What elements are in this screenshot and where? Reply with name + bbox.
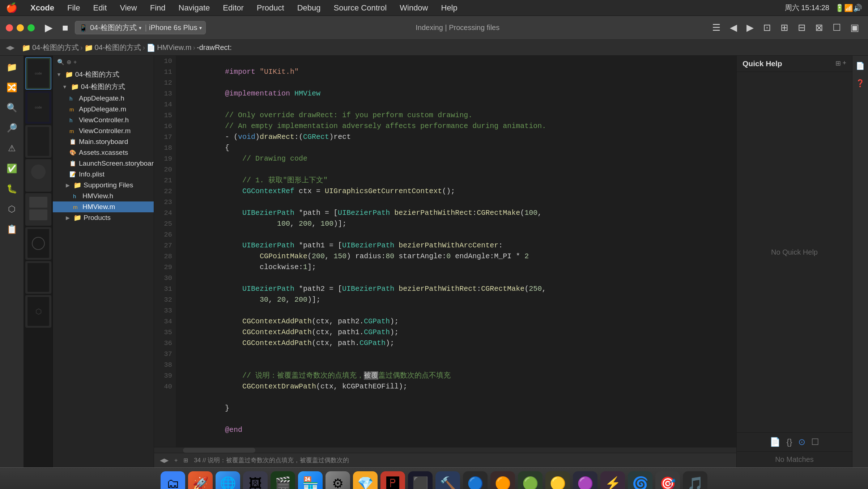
- dock-app-5[interactable]: 🟣: [573, 471, 597, 489]
- dock-system-prefs[interactable]: ⚙: [326, 471, 350, 489]
- dock-app-6[interactable]: ⚡: [600, 471, 625, 489]
- stop-button[interactable]: ■: [59, 21, 71, 35]
- nav-symbol-icon[interactable]: 🔍: [4, 100, 20, 116]
- dock-terminal[interactable]: ⬛: [408, 471, 433, 489]
- menu-help[interactable]: Help: [438, 3, 460, 13]
- nav-project-icon[interactable]: 📁: [4, 59, 20, 75]
- dock-xcode[interactable]: 🔨: [435, 471, 460, 489]
- dock-sketch[interactable]: 💎: [353, 471, 378, 489]
- nav-item-products[interactable]: ▶ 📁 Products: [53, 212, 154, 223]
- nav-item-launchscreen[interactable]: 📋 LaunchScreen.storyboard: [53, 158, 154, 169]
- menu-window[interactable]: Window: [397, 3, 431, 13]
- scheme-selector[interactable]: 📱 04-检图的方式 ▾ | iPhone 6s Plus ▾: [75, 21, 206, 34]
- nav-item-appdelegate-h[interactable]: h AppDelegate.h: [53, 93, 154, 104]
- quick-help-close[interactable]: +: [842, 59, 846, 67]
- qh-square-icon-btn[interactable]: ☐: [811, 437, 819, 447]
- nav-find-icon[interactable]: 🔎: [4, 120, 20, 136]
- close-button[interactable]: [6, 24, 13, 31]
- nav-item-infoplist[interactable]: 📝 Info.plist: [53, 169, 154, 180]
- thumb-8[interactable]: ⬡: [25, 295, 51, 328]
- dock-imovie[interactable]: 🎬: [271, 471, 295, 489]
- menu-editor[interactable]: Editor: [220, 3, 246, 13]
- jump-bar-btn[interactable]: ⊞: [183, 457, 188, 464]
- minimize-button[interactable]: [17, 24, 24, 31]
- nav-breakpoint-icon[interactable]: ⬡: [4, 201, 20, 217]
- breadcrumb-sep-3: ›: [193, 43, 195, 52]
- breadcrumb-file[interactable]: HMView.m: [157, 43, 191, 52]
- code-editor[interactable]: 10 11 12 13 14 15 16 17 18 19 20 21 22 2…: [154, 56, 736, 447]
- horizontal-scrollbar[interactable]: [154, 447, 736, 453]
- dock-finder[interactable]: 🗂: [161, 471, 185, 489]
- back-button[interactable]: ◀: [727, 21, 740, 35]
- nav-item-viewcontroller-m[interactable]: m ViewController.m: [53, 126, 154, 136]
- navigator-toggle[interactable]: ☰: [709, 21, 723, 35]
- menu-view[interactable]: View: [117, 3, 140, 13]
- breadcrumb-method[interactable]: -drawRect:: [197, 43, 232, 52]
- apple-menu[interactable]: 🍎: [6, 2, 17, 13]
- dock-photos[interactable]: 🖼: [243, 471, 268, 489]
- qh-circle-icon-btn[interactable]: ⊙: [798, 437, 805, 447]
- run-button[interactable]: ▶: [42, 20, 56, 35]
- split-editor-button[interactable]: ⊡: [760, 21, 774, 35]
- nav-item-supporting[interactable]: ▶ 📁 Supporting Files: [53, 180, 154, 191]
- layout-button[interactable]: ⊞: [778, 21, 791, 35]
- version-editor-button[interactable]: ⊠: [812, 21, 826, 35]
- thumb-7[interactable]: [25, 261, 51, 294]
- dock-safari[interactable]: 🌐: [216, 471, 240, 489]
- nav-test-icon[interactable]: ✅: [4, 161, 20, 177]
- dock-appstore[interactable]: 🏪: [298, 471, 323, 489]
- nav-debug-icon[interactable]: 🐛: [4, 181, 20, 197]
- menu-edit[interactable]: Edit: [90, 3, 110, 13]
- nav-item-hmview-m[interactable]: m HMView.m: [53, 201, 154, 212]
- menu-product[interactable]: Product: [254, 3, 287, 13]
- dock-app-1[interactable]: 🔵: [463, 471, 488, 489]
- rt-quick-help-icon[interactable]: ❓: [854, 77, 867, 90]
- dock-launchpad[interactable]: 🚀: [188, 471, 213, 489]
- dock-app-7[interactable]: 🌀: [628, 471, 652, 489]
- menu-debug[interactable]: Debug: [294, 3, 324, 13]
- forward-button[interactable]: ▶: [744, 21, 757, 35]
- nav-item-viewcontroller-h[interactable]: h ViewController.h: [53, 115, 154, 126]
- thumb-3[interactable]: [25, 125, 51, 158]
- quick-help-popout[interactable]: ⊞: [835, 59, 841, 67]
- nav-label-supporting: Supporting Files: [84, 181, 133, 189]
- debug-panel-button[interactable]: ☐: [830, 21, 844, 35]
- dock-app-9[interactable]: 🎵: [683, 471, 707, 489]
- dock-pixelmator[interactable]: 🅿: [380, 471, 405, 489]
- thumb-6[interactable]: [25, 227, 51, 260]
- dock-app-8[interactable]: 🎯: [655, 471, 680, 489]
- menu-xcode[interactable]: Xcode: [27, 3, 57, 13]
- nav-item-root[interactable]: ▼ 📁 04-检图的方式: [53, 68, 154, 81]
- qh-bracket-icon-btn[interactable]: {}: [786, 437, 792, 447]
- m-file-icon-2: m: [69, 128, 77, 134]
- thumb-4[interactable]: [25, 159, 51, 192]
- menu-file[interactable]: File: [64, 3, 83, 13]
- menu-source-control[interactable]: Source Control: [331, 3, 390, 13]
- code-content[interactable]: #import "UIKit.h" @implementation HMView…: [176, 56, 736, 447]
- thumb-1[interactable]: code: [25, 57, 51, 90]
- rt-inspector-icon[interactable]: 📄: [854, 59, 867, 72]
- utilities-panel-button[interactable]: ▣: [847, 21, 862, 35]
- arrow-icon-group: ▼: [62, 84, 67, 90]
- thumb-2[interactable]: code: [25, 91, 51, 124]
- nav-log-icon[interactable]: 📋: [4, 221, 20, 237]
- maximize-button[interactable]: [27, 24, 35, 31]
- nav-item-appdelegate-m[interactable]: m AppDelegate.m: [53, 104, 154, 115]
- breadcrumb-root[interactable]: 04-检图的方式: [32, 43, 79, 52]
- menu-navigate[interactable]: Navigate: [176, 3, 213, 13]
- dock-app-3[interactable]: 🟢: [518, 471, 542, 489]
- nav-issue-icon[interactable]: ⚠: [4, 140, 20, 156]
- nav-item-group[interactable]: ▼ 📁 04-检图的方式: [53, 81, 154, 93]
- nav-item-hmview-h[interactable]: h HMView.h: [53, 191, 154, 201]
- breadcrumb-folder[interactable]: 04-检图的方式: [95, 43, 141, 52]
- nav-item-main-storyboard[interactable]: 📋 Main.storyboard: [53, 136, 154, 147]
- qh-file-icon-btn[interactable]: 📄: [770, 437, 780, 447]
- thumb-5[interactable]: [25, 193, 51, 226]
- assistant-editor-button[interactable]: ⊟: [795, 21, 809, 35]
- nav-item-assets[interactable]: 🎨 Assets.xcassets: [53, 147, 154, 158]
- nav-source-control-icon[interactable]: 🔀: [4, 80, 20, 95]
- dock-app-2[interactable]: 🟠: [490, 471, 515, 489]
- add-breakpoint-btn[interactable]: +: [174, 457, 178, 464]
- dock-app-4[interactable]: 🟡: [545, 471, 570, 489]
- menu-find[interactable]: Find: [147, 3, 169, 13]
